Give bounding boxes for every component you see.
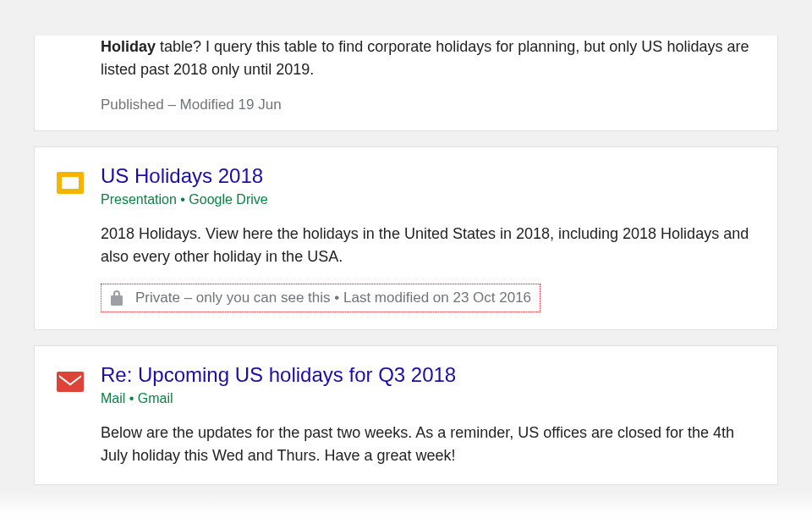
result-title-link[interactable]: Re: Upcoming US holidays for Q3 2018: [101, 361, 456, 388]
svg-rect-2: [57, 372, 84, 392]
result-title-link[interactable]: US Holidays 2018: [101, 163, 263, 189]
lock-icon: [110, 290, 123, 306]
result-snippet: Below are the updates for the past two w…: [101, 422, 757, 467]
snippet-rest: table? I query this table to find corpor…: [101, 38, 749, 78]
privacy-text: Private – only you can see this • Last m…: [135, 290, 531, 306]
result-meta: Published – Modified 19 Jun: [101, 97, 757, 113]
result-subtitle: Mail • Gmail: [101, 391, 757, 406]
result-snippet: Holiday table? I query this table to fin…: [101, 36, 757, 81]
gmail-icon: [55, 367, 85, 397]
privacy-indicator: Private – only you can see this • Last m…: [101, 284, 540, 312]
result-snippet: 2018 Holidays. View here the holidays in…: [101, 223, 757, 268]
search-result-card: US Holidays 2018 Presentation • Google D…: [34, 146, 778, 330]
result-subtitle: Presentation • Google Drive: [101, 192, 757, 207]
slides-icon: [55, 168, 85, 198]
svg-rect-1: [62, 177, 79, 189]
search-result-card: Holiday table? I query this table to fin…: [34, 36, 778, 131]
snippet-highlight: Holiday: [101, 38, 156, 55]
search-result-card: Re: Upcoming US holidays for Q3 2018 Mai…: [34, 345, 778, 485]
